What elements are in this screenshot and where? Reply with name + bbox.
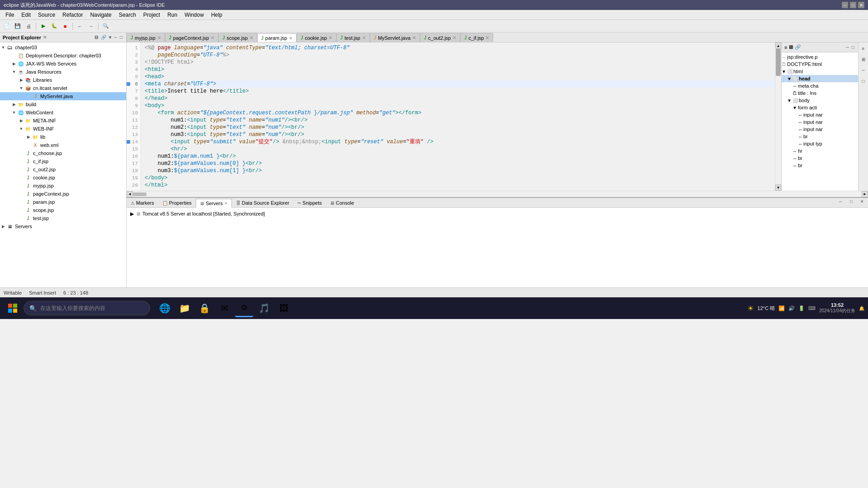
tab-test[interactable]: J test.jsp ✕ (336, 33, 370, 42)
menu-navigate[interactable]: Navigate (86, 10, 115, 19)
tab-pagecontext[interactable]: J pageContext.jsp ✕ (165, 33, 219, 42)
taskbar-app-security[interactable]: 🔒 (195, 299, 213, 317)
menu-run[interactable]: Run (164, 10, 181, 19)
tree-item-deployment[interactable]: 📋 Deployment Descriptor: chapter03 (0, 52, 126, 60)
outline-meta[interactable]: ↔ meta cha (782, 82, 858, 89)
search-button[interactable]: 🔍 (101, 21, 111, 31)
taskbar-app-mail[interactable]: ✉ (215, 299, 233, 317)
tree-item-webcontent[interactable]: ▼ 🌐 WebContent (0, 108, 126, 117)
tree-item-c-choose[interactable]: J c_choose.jsp (0, 149, 126, 157)
tab-close[interactable]: ✕ (329, 35, 332, 40)
outline-title[interactable]: 🗒 title : Ins (782, 89, 858, 97)
tab-close[interactable]: ✕ (289, 36, 292, 41)
rt-btn-4[interactable]: □ (859, 76, 868, 86)
h-scroll-thumb[interactable] (133, 192, 146, 196)
tree-item-lib[interactable]: ▶ 📁 lib (0, 133, 126, 141)
outline-input-3[interactable]: ↔ input nar (782, 126, 858, 133)
server-item[interactable]: ▶ 🖥 Tomcat v8.5 Server at localhost [Sta… (130, 210, 864, 218)
tree-item-chapter03[interactable]: ▼ 🗂 chapter03 (0, 43, 126, 52)
bottom-panel-close[interactable]: ✕ (857, 197, 867, 206)
menu-help[interactable]: Help (208, 10, 226, 19)
tree-item-scope[interactable]: J scope.jsp (0, 206, 126, 214)
code-content[interactable]: <%@ page language="java" contentType="te… (141, 42, 775, 191)
outline-input-1[interactable]: ↔ input nar (782, 111, 858, 118)
tab-c-if[interactable]: J c_if.jsp ✕ (460, 33, 493, 42)
tab-close[interactable]: ✕ (486, 35, 489, 40)
code-editor[interactable]: 1 2 3 4 5 6 7 8 9 10 11 1 (127, 42, 781, 191)
outline-minimize[interactable]: ─ (845, 44, 850, 50)
taskbar-app-music[interactable]: 🎵 (255, 299, 273, 317)
link-editor-button[interactable]: 🔗 (100, 34, 107, 40)
outline-input-submit[interactable]: ↔ input typ (782, 140, 858, 147)
tree-item-param[interactable]: J param.jsp (0, 198, 126, 206)
tab-close[interactable]: ✕ (211, 35, 214, 40)
outline-br-3[interactable]: ↔ br (782, 162, 858, 169)
outline-maximize[interactable]: □ (851, 44, 855, 50)
tree-item-test[interactable]: J test.jsp (0, 214, 126, 222)
back-button[interactable]: ← (75, 21, 85, 31)
debug-button[interactable]: 🐛 (49, 21, 59, 31)
outline-link-btn[interactable]: 🔗 (795, 44, 801, 50)
menu-file[interactable]: File (2, 10, 18, 19)
tree-item-webinf[interactable]: ▼ 📁 WEB-INF (0, 125, 126, 133)
tree-item-myservlet[interactable]: J MyServlet.java (0, 92, 126, 100)
tab-myjsp[interactable]: J myjsp.jsp ✕ (127, 33, 165, 42)
tree-item-build[interactable]: ▶ 📁 build (0, 100, 126, 108)
system-time[interactable]: 13:52 2024/11/04的任务 (819, 302, 855, 314)
tab-console[interactable]: 🖥 Console (326, 198, 358, 207)
outline-hr[interactable]: ↔ hr (782, 147, 858, 155)
outline-form[interactable]: ▼ form acti (782, 104, 858, 111)
menu-window[interactable]: Window (181, 10, 208, 19)
tree-item-pagecontext[interactable]: J pageContext.jsp (0, 190, 126, 198)
tab-cookie[interactable]: J cookie.jsp ✕ (297, 33, 336, 42)
bottom-panel-maximize[interactable]: □ (846, 197, 856, 206)
new-button[interactable]: 📄 (2, 21, 12, 31)
tree-item-jaxws[interactable]: ▶ 🌐 JAX-WS Web Services (0, 60, 126, 68)
outline-jsp-directive[interactable]: ↔ jsp:directive.p (782, 53, 858, 61)
tab-close[interactable]: ✕ (157, 35, 161, 40)
horizontal-scrollbar[interactable]: ◄ ► (127, 191, 868, 197)
tree-item-c-out2[interactable]: J c_out2.jsp (0, 165, 126, 174)
minimize-panel-button[interactable]: ─ (113, 34, 118, 40)
tab-myservlet[interactable]: J MyServlet.java ✕ (370, 33, 420, 42)
rt-btn-1[interactable]: ≡ (859, 43, 868, 53)
scroll-up-button[interactable]: ▲ (775, 42, 781, 49)
menu-project[interactable]: Project (140, 10, 164, 19)
tree-item-webxml[interactable]: X web.xml (0, 141, 126, 149)
outline-doctype[interactable]: 🗒 DOCTYPE:html (782, 61, 858, 68)
tree-item-c-if[interactable]: J c_if.jsp (0, 157, 126, 165)
bottom-panel-minimize[interactable]: ─ (835, 197, 845, 206)
start-button[interactable] (4, 299, 22, 317)
outline-head[interactable]: ▼ ⬜ head (782, 75, 858, 82)
run-button[interactable]: ▶ (38, 21, 48, 31)
scroll-down-button[interactable]: ▼ (775, 184, 781, 191)
tab-servers[interactable]: 🖥 Servers ✕ (196, 199, 232, 208)
taskbar-app-eclipse[interactable]: ⚙ (235, 299, 253, 317)
notification-icon[interactable]: 🔔 (859, 306, 864, 311)
taskbar-app-explorer[interactable]: 📁 (175, 299, 193, 317)
view-menu-button[interactable]: ▾ (108, 34, 112, 40)
tree-item-metainf[interactable]: ▶ 📁 META-INF (0, 117, 126, 125)
maximize-button[interactable]: □ (850, 2, 856, 8)
tree-item-libraries[interactable]: ▶ 📚 Libraries (0, 76, 126, 84)
save-button[interactable]: 💾 (13, 21, 23, 31)
tree-item-package[interactable]: ▼ 📦 cn.itcast.servlet (0, 84, 126, 92)
tree-item-servers[interactable]: ▶ 🖥 Servers (0, 222, 126, 230)
tab-c-out2[interactable]: J c_out2.jsp ✕ (420, 33, 460, 42)
scroll-thumb[interactable] (776, 49, 781, 76)
taskbar-app-edge[interactable]: 🌐 (156, 299, 174, 317)
editor-scrollbar[interactable]: ▲ ▼ (775, 42, 781, 191)
menu-refactor[interactable]: Refactor (59, 10, 86, 19)
menu-edit[interactable]: Edit (18, 10, 34, 19)
taskbar-search[interactable]: 🔍 在这里输入你要搜索的内容 (24, 301, 150, 315)
tab-scope[interactable]: J scope.jsp ✕ (218, 33, 257, 42)
collapse-all-button[interactable]: ⊟ (94, 34, 99, 40)
tree-item-cookie[interactable]: J cookie.jsp (0, 174, 126, 182)
tab-close[interactable]: ✕ (453, 35, 456, 40)
outline-input-2[interactable]: ↔ input nar (782, 118, 858, 126)
tab-close[interactable]: ✕ (412, 35, 416, 40)
rt-btn-3[interactable]: ─ (859, 65, 868, 75)
minimize-button[interactable]: ─ (842, 2, 848, 8)
tab-snippets[interactable]: ✂ Snippets (293, 198, 326, 207)
maximize-panel-button[interactable]: □ (119, 34, 123, 40)
